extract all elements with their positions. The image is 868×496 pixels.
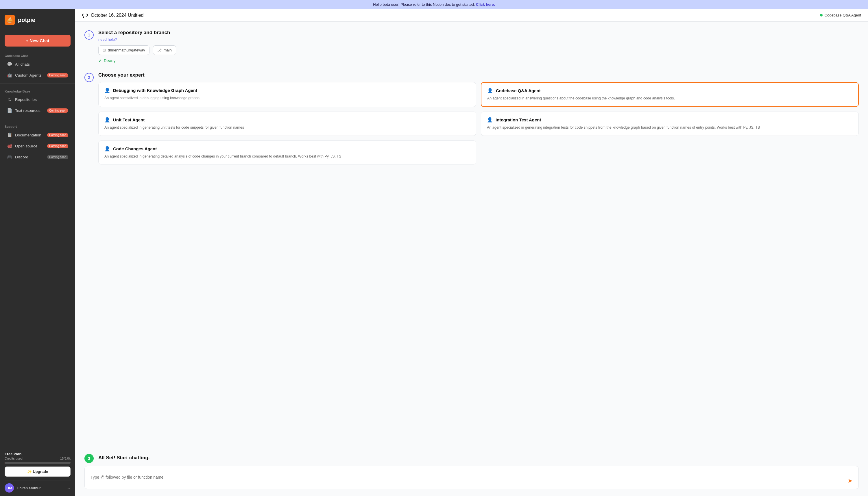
agents-icon: 🤖 [7,73,12,78]
branch-icon: ⎇ [157,48,161,52]
ready-text: Ready [104,58,115,63]
main-body: 1 Select a repository and branch need he… [75,22,868,454]
open-source-icon: 🐙 [7,143,12,149]
user-arrow-icon[interactable]: → [67,486,71,490]
sidebar-item-all-chats[interactable]: 💬 All chats [2,59,73,69]
section-knowledge-base: Knowledge Base [0,87,75,94]
sidebar-item-open-source[interactable]: 🐙 Open source Coming soon [2,141,73,151]
agent-card-desc: An agent specialized in answering questi… [487,96,852,101]
step-3-row: 3 All Set! Start chatting. [84,454,859,463]
repo-branch-row: ⊡ dhirenmathur/gateway ⎇ main [98,45,859,55]
agent-card-icon: 👤 [104,117,110,123]
sidebar-logo: 🥧 potpie [0,9,75,30]
step-1-content: Select a repository and branch need help… [98,30,859,63]
chat-header-icon: 💬 [82,12,88,18]
new-chat-button[interactable]: + New Chat [5,35,71,47]
branch-name: main [164,48,172,52]
step-1-row: 1 Select a repository and branch need he… [84,30,859,63]
main-header: 💬 October 16, 2024 Untitled Codebase Q&A… [75,9,868,22]
banner-text: Hello beta user! Please refer to this No… [373,2,475,7]
step-3-circle: 3 [84,454,94,463]
agent-card-integration-test[interactable]: 👤 Integration Test Agent An agent specia… [481,112,859,136]
text-resources-icon: 📄 [7,108,12,113]
plan-label: Free Plan [5,452,71,456]
sidebar-item-documentation[interactable]: 📋 Documentation Coming soon [2,130,73,140]
step-2-content: Choose your expert 👤 Debugging with Know… [98,72,859,165]
repo-selector[interactable]: ⊡ dhirenmathur/gateway [98,45,150,55]
agent-card-desc: An agent specialized in generating integ… [487,125,853,130]
banner-link[interactable]: Click here. [476,2,495,7]
sidebar-item-label: Discord [15,155,28,159]
upgrade-button[interactable]: ✨ Upgrade [5,466,71,477]
credits-value: 15/5.0k [60,457,71,460]
step-2-row: 2 Choose your expert 👤 Debugging with Kn… [84,72,859,165]
agent-card-icon: 👤 [487,88,493,93]
chat-icon: 💬 [7,62,12,67]
agents-grid: 👤 Debugging with Knowledge Graph Agent A… [98,82,859,165]
ready-status: ✔ Ready [98,58,859,63]
step-1-title: Select a repository and branch [98,30,859,35]
agent-card-debugging[interactable]: 👤 Debugging with Knowledge Graph Agent A… [98,82,476,107]
sidebar-item-label: All chats [15,62,30,66]
user-row: DM Dhiren Mathur → [5,480,71,493]
agent-card-desc: An agent specialized in generating unit … [104,125,470,130]
agent-card-codebase-qa[interactable]: 👤 Codebase Q&A Agent An agent specialize… [481,82,859,107]
agent-card-icon: 👤 [487,117,493,123]
logo-text: potpie [18,17,35,24]
agent-card-unit-test[interactable]: 👤 Unit Test Agent An agent specialized i… [98,112,476,136]
main-content: 💬 October 16, 2024 Untitled Codebase Q&A… [75,9,868,496]
coming-soon-badge: Coming soon [47,133,68,137]
user-avatar: DM [5,483,14,493]
section-support: Support [0,122,75,129]
agent-card-name: Debugging with Knowledge Graph Agent [113,88,197,93]
sidebar-item-label: Documentation [15,133,41,137]
sidebar-item-label: Open source [15,144,37,148]
header-left: 💬 October 16, 2024 Untitled [82,12,143,18]
header-agent-badge: Codebase Q&A Agent [820,13,861,17]
coming-soon-badge: Coming soon [47,108,68,113]
sidebar-item-label: Text resources [15,108,41,113]
check-icon: ✔ [98,58,102,63]
sidebar-item-text-resources[interactable]: 📄 Text resources Coming soon [2,105,73,115]
repositories-icon: 🗂 [7,97,12,102]
top-banner: Hello beta user! Please refer to this No… [0,0,868,9]
agent-card-name: Integration Test Agent [496,117,541,122]
coming-soon-badge: Coming soon [47,144,68,148]
credits-label: Credits used [5,457,22,460]
sidebar: 🥧 potpie + New Chat Codebase Chat 💬 All … [0,9,75,496]
sidebar-item-discord[interactable]: 🎮 Discord Coming soon [2,152,73,162]
branch-selector[interactable]: ⎇ main [153,45,176,55]
documentation-icon: 📋 [7,133,12,138]
agent-card-desc: An agent specialized in generating detai… [104,154,470,159]
progress-bar-bg [5,462,71,464]
sidebar-item-label: Repositories [15,97,37,102]
agent-status-dot [820,14,823,16]
coming-soon-badge: Coming soon [47,155,68,159]
step-2-title: Choose your expert [98,72,859,78]
chat-input-section: 3 All Set! Start chatting. ➤ [75,454,868,496]
agent-card-name: Unit Test Agent [113,117,144,122]
logo-icon: 🥧 [5,15,15,25]
sidebar-item-repositories[interactable]: 🗂 Repositories [2,94,73,105]
page-title: October 16, 2024 Untitled [91,13,143,18]
step-2-circle: 2 [84,73,94,82]
repo-name: dhirenmathur/gateway [108,48,145,52]
sidebar-footer: Free Plan Credits used 15/5.0k ✨ Upgrade… [0,448,75,496]
agent-card-name: Codebase Q&A Agent [496,88,541,93]
need-help-link[interactable]: need help? [98,37,117,42]
chat-input[interactable] [91,475,844,484]
coming-soon-badge: Coming soon [47,73,68,77]
section-codebase-chat: Codebase Chat [0,51,75,59]
agent-card-desc: An agent specialized in debugging using … [104,95,470,101]
sidebar-item-custom-agents[interactable]: 🤖 Custom Agents Coming soon [2,70,73,80]
discord-icon: 🎮 [7,154,12,159]
agent-card-name: Code Changes Agent [113,146,157,151]
sidebar-item-label: Custom Agents [15,73,42,77]
agent-card-icon: 👤 [104,146,110,152]
step-1-circle: 1 [84,30,94,40]
step-3-title: All Set! Start chatting. [98,455,150,461]
send-button[interactable]: ➤ [848,477,853,484]
user-name: Dhiren Mathur [17,486,64,490]
agent-card-code-changes[interactable]: 👤 Code Changes Agent An agent specialize… [98,140,476,165]
agent-card-icon: 👤 [104,88,110,93]
